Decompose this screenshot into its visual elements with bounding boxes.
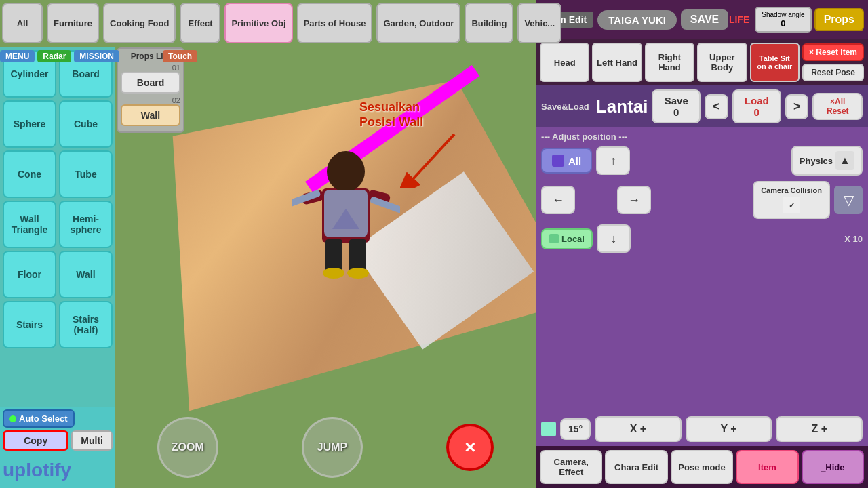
nav-btn-effect[interactable]: Effect xyxy=(180,3,220,43)
annotation-text-line2: Posisi Wall xyxy=(359,115,423,130)
nav-btn-all[interactable]: All xyxy=(2,3,43,43)
z-plus-button[interactable]: Z + xyxy=(776,416,863,442)
rotation-section: 15° X + Y + Z + xyxy=(536,412,868,446)
pose-mode-button[interactable]: Pose mode xyxy=(671,450,733,484)
nav-btn-primitive-obj[interactable]: Primitive Obj xyxy=(224,3,292,43)
nav-btn-garden-outdoor[interactable]: Garden, Outdoor xyxy=(376,3,460,43)
physics-label: Physics xyxy=(800,156,833,166)
adjust-label: --- Adjust position --- xyxy=(541,131,863,142)
save0-button[interactable]: Save 0 xyxy=(652,89,701,123)
rotation-color-box xyxy=(541,422,556,436)
adjust-section: --- Adjust position --- All ↑ Physics ▲ … xyxy=(536,127,868,412)
cam-down-icon[interactable]: ▽ xyxy=(834,186,863,214)
svg-point-9 xyxy=(347,268,369,279)
jump-button[interactable]: JUMP xyxy=(302,417,363,478)
move-down-button[interactable]: ↓ xyxy=(597,224,631,253)
all-label: All xyxy=(568,155,581,167)
y-plus-button[interactable]: Y + xyxy=(686,416,772,442)
x10-label: X 10 xyxy=(844,234,863,244)
prop-btn-floor[interactable]: Floor xyxy=(3,251,56,298)
floor-name-label: Lantai xyxy=(596,96,648,117)
touch-button[interactable]: Touch xyxy=(163,50,197,62)
bottom-actions: Camera, Effect Chara Edit Pose mode Item… xyxy=(536,446,868,488)
right-panel: Item Edit TAIGA YUKI SAVE LIFE Shadow an… xyxy=(536,0,868,488)
chara-edit-button[interactable]: Chara Edit xyxy=(605,450,667,484)
item-button[interactable]: Item xyxy=(736,450,798,484)
mission-button[interactable]: MISSION xyxy=(74,50,119,62)
body-btn-right-hand[interactable]: Right Hand xyxy=(645,43,694,82)
menu-button[interactable]: MENU xyxy=(0,50,35,62)
auto-select-indicator xyxy=(9,415,16,422)
radar-button[interactable]: Radar xyxy=(37,50,71,62)
prop-btn-wall[interactable]: Wall xyxy=(59,251,113,298)
camera-effect-button[interactable]: Camera, Effect xyxy=(540,450,602,484)
nav-btn-cooking-food[interactable]: Cooking Food xyxy=(103,3,176,43)
move-right-button[interactable]: → xyxy=(617,186,651,214)
zoom-button[interactable]: ZOOM xyxy=(157,417,218,478)
svg-point-8 xyxy=(323,268,344,279)
prop-btn-tube[interactable]: Tube xyxy=(59,150,113,198)
close-button[interactable]: × xyxy=(446,424,494,471)
watermark: uplotify xyxy=(0,460,71,481)
camera-collision-button[interactable]: Camera Collision ✓ xyxy=(753,181,830,219)
move-left-button[interactable]: ← xyxy=(541,186,575,214)
annotation-text-line1: Sesuaikan xyxy=(359,100,423,115)
camera-collision-label: Camera Collision xyxy=(761,186,822,195)
props-list-item-board[interactable]: Board xyxy=(121,72,180,94)
props-list-num2: 02 xyxy=(121,96,180,104)
prop-btn-stairs-half[interactable]: Stairs (Half) xyxy=(59,301,113,348)
auto-select-button[interactable]: Auto Select xyxy=(3,409,75,428)
game-controls: ZOOM JUMP × xyxy=(115,407,536,488)
nav-btn-building[interactable]: Building xyxy=(465,3,513,43)
annotation-arrow xyxy=(400,134,481,188)
prev-button[interactable]: < xyxy=(705,94,728,119)
next-button[interactable]: > xyxy=(785,94,809,119)
local-label: Local xyxy=(561,234,585,244)
reset-pose-button[interactable]: Reset Pose xyxy=(802,64,864,81)
load0-button[interactable]: Load 0 xyxy=(732,89,781,123)
x-plus-button[interactable]: X + xyxy=(595,416,682,442)
auto-select-label: Auto Select xyxy=(19,413,68,424)
props-list-item-wall[interactable]: Wall xyxy=(121,104,180,126)
nav-btn-vehicle[interactable]: Vehic... xyxy=(517,3,561,43)
nav-btn-furniture[interactable]: Furniture xyxy=(47,3,99,43)
prop-btn-sphere[interactable]: Sphere xyxy=(3,100,56,148)
local-color-box xyxy=(549,234,559,243)
prop-btn-stairs[interactable]: Stairs xyxy=(3,301,56,348)
hide-button[interactable]: _Hide xyxy=(802,450,864,484)
prop-btn-cube[interactable]: Cube xyxy=(59,100,113,148)
save-load-section: Save&Load Lantai Save 0 < Load 0 > ×All … xyxy=(536,85,868,127)
copy-button[interactable]: Copy xyxy=(3,430,68,451)
all-reset-button[interactable]: ×All Reset xyxy=(812,93,863,120)
prop-btn-hemisphere[interactable]: Hemi-sphere xyxy=(59,201,113,248)
menu-bar: MENU Radar MISSION Touch xyxy=(0,46,203,66)
body-btn-upper-body[interactable]: Upper Body xyxy=(697,43,747,82)
angle-button[interactable]: 15° xyxy=(560,418,591,440)
move-up-button[interactable]: ↑ xyxy=(596,146,630,175)
body-btn-table[interactable]: Table Sit on a chair xyxy=(750,43,800,82)
body-parts-row: Head Left Hand Right Hand Upper Body Tab… xyxy=(536,39,868,85)
prop-btn-cone[interactable]: Cone xyxy=(3,150,56,198)
body-btn-left-hand[interactable]: Left Hand xyxy=(592,43,642,82)
multi-button[interactable]: Multi xyxy=(71,430,113,451)
local-button[interactable]: Local xyxy=(541,228,593,249)
nav-btn-parts-of-house[interactable]: Parts of House xyxy=(297,3,373,43)
svg-line-15 xyxy=(414,134,454,178)
all-color-box xyxy=(552,155,564,167)
all-position-button[interactable]: All xyxy=(541,148,592,174)
character xyxy=(292,134,400,283)
physics-icon: ▲ xyxy=(835,151,854,170)
svg-point-1 xyxy=(327,151,365,192)
annotation: Sesuaikan Posisi Wall xyxy=(359,100,423,129)
body-btn-head[interactable]: Head xyxy=(540,43,589,82)
prop-btn-wall-triangle[interactable]: Wall Triangle xyxy=(3,201,56,248)
save-load-label: Save&Load xyxy=(541,102,589,112)
top-nav: All Furniture Cooking Food Effect Primit… xyxy=(0,0,868,46)
physics-button[interactable]: Physics ▲ xyxy=(791,146,863,176)
